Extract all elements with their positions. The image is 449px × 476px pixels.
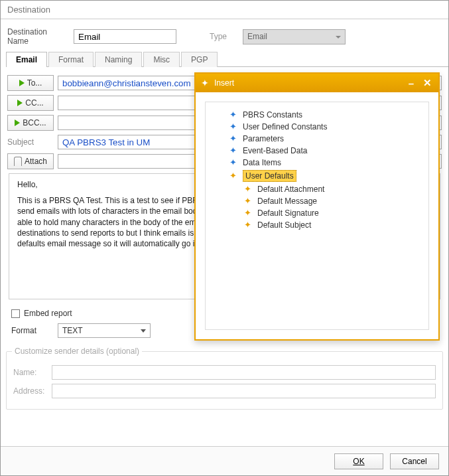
puzzle-icon [229, 171, 239, 181]
arrow-icon [19, 80, 25, 86]
sender-fieldset: Customize sender details (optional) Name… [6, 351, 443, 410]
puzzle-icon [201, 78, 210, 88]
tree-item-label: Default Subject [257, 220, 311, 230]
bcc-button[interactable]: BCC... [7, 115, 54, 131]
puzzle-icon [229, 122, 239, 131]
tree-item[interactable]: Default Attachment [243, 183, 419, 195]
popup-title-text: Insert [214, 78, 234, 88]
cancel-button[interactable]: Cancel [390, 453, 439, 469]
puzzle-icon [244, 220, 253, 230]
puzzle-icon [244, 208, 253, 218]
tree-item[interactable]: Default Subject [243, 219, 419, 231]
tree-item-label: User Defined Constants [243, 122, 327, 131]
sender-address-input[interactable] [52, 384, 436, 398]
puzzle-icon [244, 197, 253, 206]
tree-item-label: Default Attachment [257, 185, 324, 194]
tree-item-label: Default Signature [257, 208, 319, 218]
tree-item[interactable]: User Defined Constants [228, 121, 419, 133]
dest-name-label: Destination Name [7, 27, 67, 46]
insert-tree: PBRS ConstantsUser Defined ConstantsPara… [205, 102, 429, 330]
arrow-icon [15, 119, 20, 126]
tree-item[interactable]: Default Message [243, 195, 419, 207]
format-select[interactable]: TEXT [58, 323, 151, 338]
tree-item[interactable]: Data Items [228, 157, 419, 169]
embed-checkbox[interactable] [11, 309, 20, 318]
sender-name-input[interactable] [52, 365, 436, 380]
puzzle-icon [244, 185, 253, 194]
tab-email[interactable]: Email [6, 52, 47, 67]
tab-format[interactable]: Format [48, 52, 94, 67]
sender-name-label: Name: [13, 368, 46, 377]
ok-button[interactable]: OK [334, 453, 383, 469]
tree-item-label: PBRS Constants [243, 110, 302, 119]
puzzle-icon [229, 110, 239, 119]
format-label: Format [11, 326, 36, 335]
insert-popup: Insert – ✕ PBRS ConstantsUser Defined Co… [194, 72, 440, 341]
tree-item-label: Event-Based Data [243, 146, 307, 155]
fieldset-legend: Customize sender details (optional) [12, 347, 142, 356]
puzzle-icon [229, 158, 239, 167]
popup-titlebar: Insert – ✕ [196, 74, 438, 92]
type-label: Type [210, 32, 236, 41]
tree-item-label: User Defaults [243, 170, 296, 182]
tab-naming[interactable]: Naming [95, 52, 142, 67]
sender-address-label: Address: [13, 386, 46, 396]
arrow-icon [17, 100, 23, 106]
tree-item[interactable]: Parameters [228, 133, 419, 145]
tree-item-label: Default Message [257, 197, 317, 206]
type-select[interactable]: Email [243, 29, 346, 44]
tab-misc[interactable]: Misc [143, 52, 180, 67]
embed-label: Embed report [24, 309, 72, 318]
minimize-button[interactable]: – [405, 78, 417, 89]
tab-pgp[interactable]: PGP [181, 52, 218, 67]
tree-item[interactable]: User Defaults [228, 169, 419, 183]
tabstrip: Email Format Naming Misc PGP [6, 51, 448, 67]
footer: OK Cancel [1, 446, 448, 475]
to-button[interactable]: To... [7, 75, 54, 91]
tree-item[interactable]: PBRS Constants [228, 109, 419, 121]
puzzle-icon [229, 146, 239, 155]
dest-name-input[interactable] [74, 29, 176, 44]
tree-item-label: Parameters [243, 134, 284, 143]
tree-item[interactable]: Default Signature [243, 207, 419, 219]
tree-item[interactable]: Event-Based Data [228, 145, 419, 157]
cc-button[interactable]: CC... [7, 95, 54, 111]
puzzle-icon [229, 134, 239, 143]
attach-button[interactable]: Attach [7, 153, 54, 169]
subject-label: Subject [7, 137, 54, 147]
paperclip-icon [14, 157, 22, 166]
window-title: Destination [1, 1, 448, 19]
close-button[interactable]: ✕ [421, 77, 433, 89]
destination-window: Destination Destination Name Type Email … [0, 0, 449, 476]
tree-item-label: Data Items [243, 158, 281, 167]
